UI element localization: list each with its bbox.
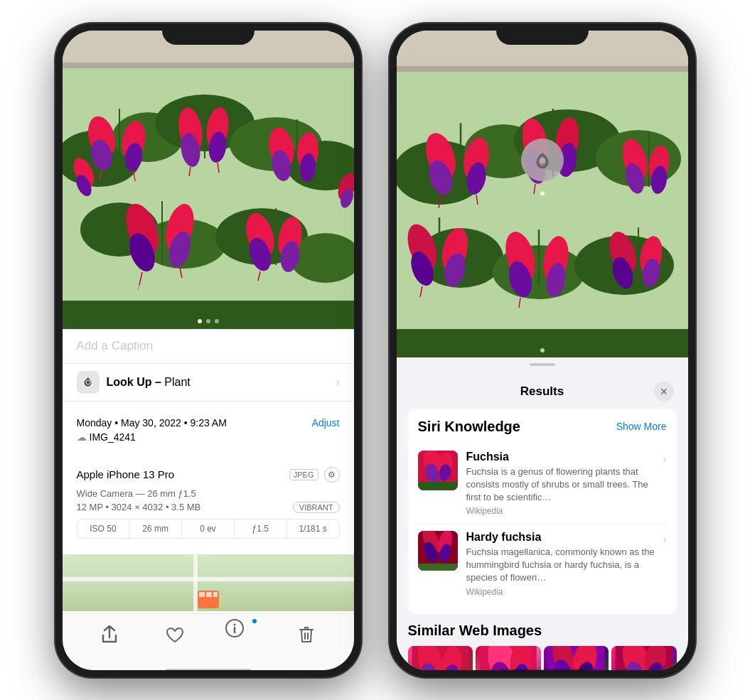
results-scroll[interactable]: Siri Knowledge Show More	[397, 409, 688, 670]
camera-lens: Wide Camera — 26 mm ƒ1.5	[77, 488, 340, 499]
close-button[interactable]: ✕	[654, 382, 674, 402]
siri-knowledge-section: Siri Knowledge Show More	[408, 409, 677, 614]
toolbar	[63, 613, 354, 670]
svg-rect-61	[397, 66, 688, 72]
svg-rect-2	[63, 63, 354, 68]
svg-point-56	[233, 624, 235, 626]
svg-rect-112	[418, 482, 458, 490]
siri-visual-search-badge[interactable]	[521, 139, 564, 181]
similar-image-4[interactable]	[611, 646, 677, 670]
svg-rect-49	[63, 301, 354, 329]
results-title: Results	[431, 384, 654, 399]
home-indicator-left	[166, 669, 251, 672]
lookup-row[interactable]: Look Up – Plant ›	[63, 364, 354, 402]
similar-section: Similar Web Images	[397, 623, 688, 670]
similar-image-1[interactable]	[408, 646, 473, 670]
fuchsia-thumbnail	[418, 451, 458, 490]
show-more-button[interactable]: Show More	[616, 421, 667, 432]
siri-dot	[540, 191, 545, 195]
left-phone-screen: Add a Caption Look Up – Plant ›	[63, 31, 354, 670]
spec-aperture: ƒ1.5	[235, 519, 287, 538]
right-phone-screen: Results ✕ Siri Knowledge Show More	[397, 31, 688, 670]
info-badge-dot	[251, 618, 258, 625]
svg-point-105	[540, 348, 545, 352]
fuchsia-content: Fuchsia Fuchsia is a genus of flowering …	[466, 451, 655, 517]
hardy-fuchsia-name: Hardy fuchsia	[466, 531, 655, 544]
svg-rect-54	[213, 592, 218, 597]
knowledge-item-fuchsia[interactable]: Fuchsia Fuchsia is a genus of flowering …	[418, 443, 667, 524]
hardy-fuchsia-source: Wikipedia	[466, 587, 655, 597]
svg-point-106	[540, 158, 545, 163]
knowledge-item-hardy-fuchsia[interactable]: Hardy fuchsia Fuchsia magellanica, commo…	[418, 524, 667, 604]
similar-title: Similar Web Images	[408, 623, 677, 639]
fuchsia-name: Fuchsia	[466, 451, 655, 463]
format-badge: JPEG	[289, 469, 318, 480]
left-phone: Add a Caption Look Up – Plant ›	[55, 23, 361, 677]
settings-icon[interactable]: ⚙	[324, 467, 340, 483]
spec-iso: ISO 50	[77, 519, 130, 538]
spec-shutter: 1/181 s	[287, 519, 339, 538]
similar-image-2[interactable]	[476, 646, 541, 670]
siri-knowledge-title: Siri Knowledge	[418, 419, 520, 435]
svg-rect-52	[199, 592, 205, 597]
map-section[interactable]	[63, 554, 354, 611]
dot-2	[206, 319, 210, 323]
svg-rect-53	[206, 592, 212, 597]
lookup-chevron: ›	[336, 376, 339, 389]
camera-resolution: 12 MP • 3024 × 4032 • 3.5 MB	[77, 502, 201, 512]
similar-images	[408, 646, 677, 670]
camera-model: Apple iPhone 13 Pro	[77, 468, 175, 480]
share-button[interactable]	[94, 619, 125, 650]
vibrant-badge: VIBRANT	[293, 502, 340, 513]
lookup-text: Look Up – Plant	[107, 376, 191, 389]
right-phone: Results ✕ Siri Knowledge Show More	[390, 23, 695, 677]
cloud-icon: ☁	[77, 431, 87, 443]
right-phone-notch	[496, 23, 589, 45]
hardy-fuchsia-chevron: ›	[663, 534, 667, 545]
hardy-fuchsia-desc: Fuchsia magellanica, commonly known as t…	[466, 546, 655, 585]
home-indicator-right	[500, 669, 585, 672]
heart-button[interactable]	[159, 619, 191, 650]
info-button[interactable]	[225, 619, 257, 650]
results-header: Results ✕	[397, 373, 688, 409]
similar-image-3[interactable]	[544, 646, 609, 670]
left-photo-area[interactable]	[63, 31, 354, 329]
lookup-regular: Plant	[164, 376, 190, 388]
dot-3	[215, 319, 219, 323]
lookup-bold: Look Up –	[107, 376, 161, 388]
svg-rect-119	[418, 564, 458, 571]
drag-handle[interactable]	[530, 363, 555, 366]
results-panel: Results ✕ Siri Knowledge Show More	[397, 357, 688, 670]
metadata-section: Monday • May 30, 2022 • 9:23 AM Adjust ☁…	[63, 409, 354, 451]
page-dots	[198, 319, 219, 323]
adjust-button[interactable]: Adjust	[312, 417, 340, 429]
spec-focal: 26 mm	[129, 519, 182, 538]
fuchsia-chevron: ›	[663, 453, 667, 465]
fuchsia-desc: Fuchsia is a genus of flowering plants t…	[466, 465, 655, 505]
caption-placeholder: Add a Caption	[77, 339, 154, 352]
hardy-fuchsia-thumbnail	[418, 531, 458, 571]
trash-button[interactable]	[291, 619, 322, 650]
caption-area[interactable]: Add a Caption	[63, 329, 354, 364]
date-text: Monday • May 30, 2022 • 9:23 AM	[77, 417, 227, 429]
filename: IMG_4241	[90, 431, 136, 443]
specs-row: ISO 50 26 mm 0 ev ƒ1.5 1/181 s	[77, 519, 340, 539]
camera-section: Apple iPhone 13 Pro JPEG ⚙ Wide Camera —…	[63, 458, 354, 547]
right-photo-area[interactable]	[397, 31, 688, 357]
hardy-fuchsia-content: Hardy fuchsia Fuchsia magellanica, commo…	[466, 531, 655, 597]
svg-rect-104	[397, 329, 688, 357]
spec-ev: 0 ev	[182, 519, 235, 538]
fuchsia-source: Wikipedia	[466, 506, 655, 516]
dot-1	[198, 319, 202, 323]
lookup-icon	[77, 371, 100, 394]
left-phone-notch	[162, 23, 255, 45]
